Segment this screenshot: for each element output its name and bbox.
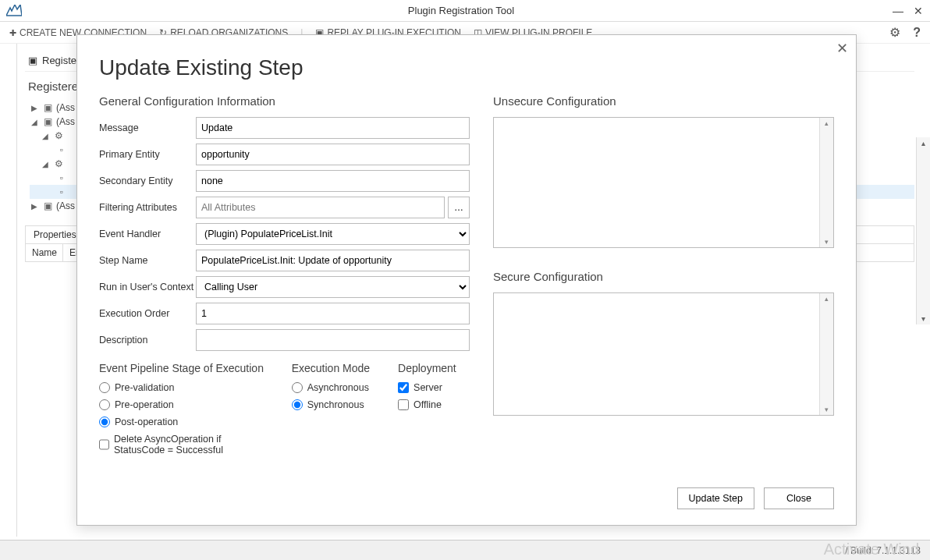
- tree-scrollbar[interactable]: ▴ ▾: [916, 137, 930, 324]
- run-context-select[interactable]: Calling User: [196, 276, 470, 298]
- unsecure-config-textarea[interactable]: [494, 118, 819, 247]
- register-icon: ▣: [28, 55, 37, 66]
- status-bar: / Build: 7.1.1.3113: [0, 540, 930, 560]
- settings-button[interactable]: ⚙: [889, 25, 900, 40]
- label-description: Description: [99, 335, 196, 346]
- update-step-dialog: ✕ Update Existing Step ⌖ General Configu…: [76, 34, 857, 526]
- package-icon: ▣: [42, 116, 53, 127]
- left-gutter: [0, 44, 17, 537]
- expand-icon[interactable]: ▶: [31, 104, 39, 112]
- pre-operation-radio[interactable]: [99, 399, 110, 410]
- plus-icon: [9, 27, 16, 38]
- label-exec-order: Execution Order: [99, 308, 196, 319]
- package-icon: ▣: [42, 102, 53, 113]
- minimize-button[interactable]: —: [893, 5, 903, 17]
- execution-order-input[interactable]: [196, 303, 470, 324]
- unsecure-config-title: Unsecure Configuration: [493, 94, 834, 108]
- collapse-icon[interactable]: ◢: [42, 160, 50, 168]
- dialog-title: Update Existing Step: [99, 55, 834, 80]
- scroll-down-icon[interactable]: ▾: [825, 404, 829, 415]
- scroll-up-icon[interactable]: ▴: [825, 118, 829, 129]
- offline-checkbox[interactable]: [398, 399, 409, 410]
- pipeline-section-title: Event Pipeline Stage of Execution: [99, 362, 272, 374]
- window-title: Plugin Registration Tool: [30, 5, 893, 16]
- collapse-icon[interactable]: ◢: [31, 118, 39, 126]
- execmode-section-title: Execution Mode: [292, 362, 378, 374]
- secure-config-title: Secure Configuration: [493, 270, 834, 283]
- primary-entity-input[interactable]: [196, 144, 470, 165]
- label-message: Message: [99, 122, 196, 133]
- activate-windows-watermark: Activate Wind: [824, 541, 919, 558]
- dialog-close-button[interactable]: ✕: [836, 40, 848, 57]
- help-button[interactable]: ?: [913, 26, 921, 40]
- step-icon: ▫: [56, 186, 67, 197]
- collapse-icon[interactable]: ◢: [42, 132, 50, 140]
- scroll-down-icon[interactable]: ▾: [825, 236, 829, 247]
- event-handler-select[interactable]: (Plugin) PopulatePriceList.Init: [196, 223, 470, 245]
- label-event-handler: Event Handler: [99, 229, 196, 239]
- async-radio[interactable]: [292, 382, 303, 393]
- description-input[interactable]: [196, 329, 470, 351]
- close-dialog-button[interactable]: Close: [764, 487, 834, 509]
- general-section-title: General Configuration Information: [99, 94, 470, 108]
- pre-validation-radio[interactable]: [99, 382, 110, 393]
- secure-config-textarea[interactable]: [494, 293, 819, 415]
- step-icon: ▫: [56, 172, 67, 183]
- scroll-up-icon[interactable]: ▴: [921, 137, 925, 149]
- message-input[interactable]: [196, 117, 470, 139]
- filtering-lookup-button[interactable]: …: [448, 197, 470, 218]
- delete-async-checkbox[interactable]: [99, 439, 109, 450]
- step-name-input[interactable]: [196, 250, 470, 271]
- cog-icon: ⚙: [53, 130, 64, 141]
- label-step-name: Step Name: [99, 255, 196, 266]
- label-secondary-entity: Secondary Entity: [99, 175, 196, 186]
- app-logo-icon: [6, 5, 22, 17]
- cog-icon: ⚙: [53, 158, 64, 169]
- unsecure-scrollbar[interactable]: ▴▾: [819, 118, 833, 247]
- secondary-entity-input[interactable]: [196, 170, 470, 192]
- expand-icon[interactable]: ▶: [31, 202, 39, 211]
- label-filtering: Filtering Attributes: [99, 202, 196, 213]
- post-operation-radio[interactable]: [99, 416, 110, 427]
- update-step-button[interactable]: Update Step: [677, 487, 755, 509]
- col-name[interactable]: Name: [26, 244, 63, 261]
- deployment-section-title: Deployment: [398, 362, 470, 374]
- scroll-down-icon[interactable]: ▾: [921, 313, 925, 324]
- sync-radio[interactable]: [292, 399, 303, 410]
- step-icon: ▫: [56, 144, 67, 155]
- server-checkbox[interactable]: [398, 382, 409, 393]
- close-window-button[interactable]: ✕: [913, 5, 924, 17]
- package-icon: ▣: [42, 200, 53, 211]
- scroll-up-icon[interactable]: ▴: [825, 293, 829, 304]
- filtering-attributes-input[interactable]: [196, 197, 445, 218]
- label-primary-entity: Primary Entity: [99, 149, 196, 160]
- label-run-context: Run in User's Context: [99, 282, 196, 292]
- secure-scrollbar[interactable]: ▴▾: [819, 293, 833, 415]
- titlebar: Plugin Registration Tool — ✕: [0, 0, 930, 22]
